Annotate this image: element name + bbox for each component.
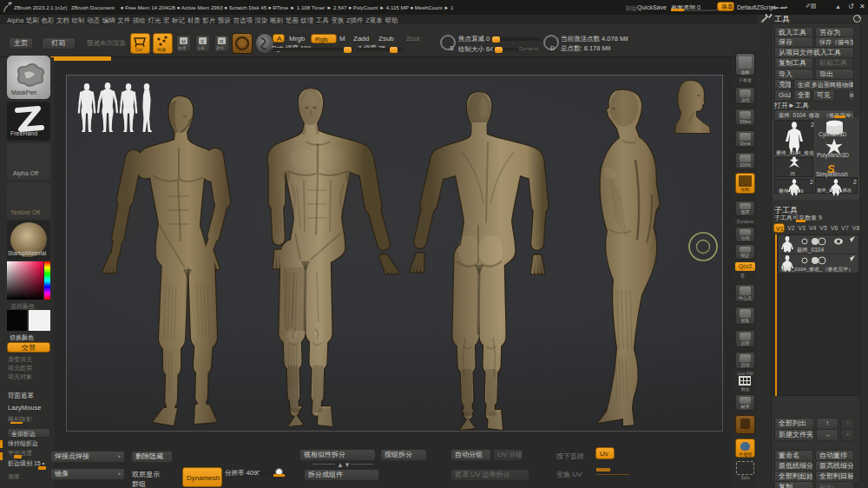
svg-text:Cur: Cur <box>135 47 142 52</box>
svg-text:纹理: 纹理 <box>178 46 187 50</box>
svg-text:Cylinder3D: Cylinder3D <box>819 131 846 138</box>
svg-text:S: S <box>201 39 204 44</box>
svg-text:2: 2 <box>811 122 814 128</box>
svg-text:分辰: 分辰 <box>197 46 206 50</box>
svg-text:及错: 及错 <box>216 45 225 50</box>
svg-text:2: 2 <box>853 179 857 185</box>
svg-text:线稿: 线稿 <box>157 47 166 52</box>
svg-text:M: M <box>181 39 186 44</box>
svg-text:R: R <box>220 39 224 44</box>
svg-text:2: 2 <box>810 179 813 185</box>
svg-text:35: 35 <box>790 171 795 176</box>
svg-text:PolyMesh3D: PolyMesh3D <box>817 152 849 159</box>
svg-text:SimpleBrush: SimpleBrush <box>816 171 848 178</box>
